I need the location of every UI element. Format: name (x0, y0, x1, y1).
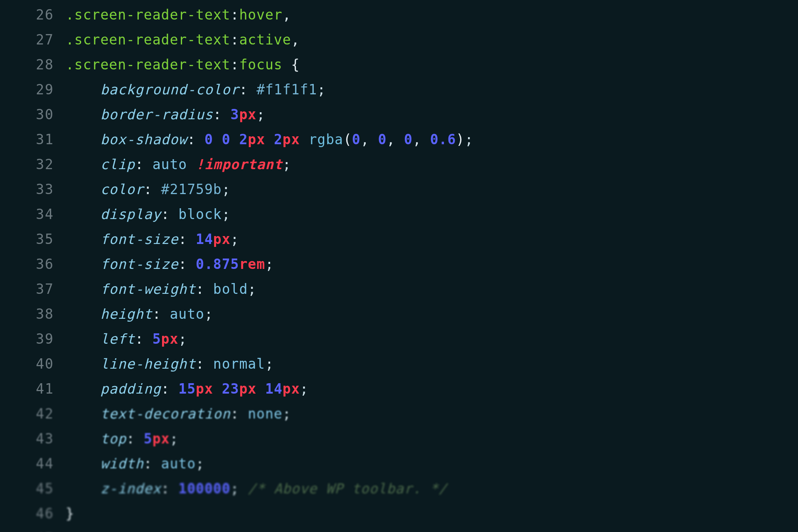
code-line[interactable]: 29 background-color: #f1f1f1; (0, 77, 798, 102)
token-val: bold (213, 281, 248, 297)
code-content[interactable]: display: block; (66, 202, 798, 227)
token-pseudo: focus (239, 57, 282, 73)
token-punct: : (231, 406, 248, 422)
line-number: 33 (0, 177, 66, 202)
token-prop: clip (100, 156, 135, 172)
code-line[interactable]: 30 border-radius: 3px; (0, 102, 798, 127)
code-content[interactable]: width: auto; (66, 451, 798, 476)
code-editor[interactable]: 26.screen-reader-text:hover,27.screen-re… (0, 0, 798, 532)
token-punct: : (231, 32, 239, 48)
token-unit: px (239, 106, 256, 123)
token-punct: : (231, 57, 239, 73)
code-line[interactable]: 34 display: block; (0, 202, 798, 227)
token-val: auto (161, 456, 196, 472)
token-punct (213, 131, 222, 148)
code-content[interactable]: border-radius: 3px; (66, 102, 798, 127)
code-line[interactable]: 41 padding: 15px 23px 14px; (0, 377, 798, 401)
token-punct: : (161, 480, 179, 497)
code-content[interactable]: color: #21759b; (66, 177, 798, 202)
code-line[interactable]: 40 line-height: normal; (0, 352, 798, 377)
token-val: none (248, 406, 282, 422)
code-content[interactable]: font-size: 14px; (66, 227, 798, 252)
code-content[interactable]: font-weight: bold; (66, 277, 798, 302)
token-num: 0 (204, 131, 213, 148)
code-content[interactable]: .screen-reader-text:active, (66, 27, 798, 52)
code-line[interactable]: 47 (0, 526, 798, 532)
line-number: 38 (0, 302, 66, 327)
token-punct: : (135, 156, 153, 172)
code-line[interactable]: 33 color: #21759b; (0, 177, 798, 202)
line-number: 36 (0, 252, 66, 277)
token-punct: , (291, 32, 300, 48)
code-line[interactable]: 38 height: auto; (0, 302, 798, 327)
token-prop: border-radius (100, 106, 213, 123)
token-num: 14 (265, 381, 283, 397)
code-content[interactable]: font-size: 0.875rem; (66, 252, 798, 277)
code-line[interactable]: 39 left: 5px; (0, 327, 798, 352)
token-punct: : (144, 181, 161, 197)
line-number: 41 (0, 377, 66, 401)
token-punct: , (283, 7, 291, 23)
token-punct (239, 480, 248, 497)
token-prop: z-index (100, 480, 161, 497)
line-number: 40 (0, 352, 66, 377)
token-semi: ; (465, 131, 473, 148)
token-paren: ) (456, 131, 465, 148)
token-punct (187, 156, 196, 172)
code-content[interactable]: top: 5px; (66, 426, 798, 451)
code-line[interactable]: 28.screen-reader-text:focus { (0, 52, 798, 77)
token-val: auto (153, 156, 187, 172)
code-line[interactable]: 44 width: auto; (0, 451, 798, 476)
code-content[interactable]: line-height: normal; (66, 352, 798, 377)
code-line[interactable]: 35 font-size: 14px; (0, 227, 798, 252)
token-prop: font-weight (100, 281, 196, 297)
line-number: 32 (0, 152, 66, 177)
token-semi: ; (222, 181, 231, 197)
code-line[interactable]: 45 z-index: 100000; /* Above WP toolbar.… (0, 476, 798, 501)
line-number: 46 (0, 501, 66, 526)
line-number: 31 (0, 127, 66, 152)
code-line[interactable]: 37 font-weight: bold; (0, 277, 798, 302)
token-punct: : (178, 231, 196, 247)
code-content[interactable]: z-index: 100000; /* Above WP toolbar. */ (66, 476, 798, 501)
token-prop: line-height (100, 356, 196, 372)
code-line[interactable]: 32 clip: auto !important; (0, 152, 798, 177)
token-punct: : (144, 456, 161, 472)
code-content[interactable]: left: 5px; (66, 327, 798, 352)
token-punct: : (196, 356, 213, 372)
token-comment: /* Above WP toolbar. */ (248, 480, 447, 497)
token-punct: : (178, 256, 196, 272)
code-line[interactable]: 42 text-decoration: none; (0, 401, 798, 426)
token-prop: text-decoration (100, 406, 230, 422)
token-sel: .screen-reader-text (66, 7, 231, 23)
code-line[interactable]: 27.screen-reader-text:active, (0, 27, 798, 52)
code-content[interactable]: } (66, 501, 798, 526)
token-num: 100000 (178, 480, 230, 497)
line-number: 30 (0, 102, 66, 127)
token-num: 0.875 (196, 256, 239, 272)
token-num: 14 (196, 231, 213, 247)
code-content[interactable]: .screen-reader-text:hover, (66, 2, 798, 27)
code-line[interactable]: 31 box-shadow: 0 0 2px 2px rgba(0, 0, 0,… (0, 127, 798, 152)
code-content[interactable]: padding: 15px 23px 14px; (66, 377, 798, 401)
line-number: 44 (0, 451, 66, 476)
code-line[interactable]: 43 top: 5px; (0, 426, 798, 451)
code-content[interactable]: background-color: #f1f1f1; (66, 77, 798, 102)
line-number: 45 (0, 476, 66, 501)
token-num: 3 (231, 106, 239, 123)
code-line[interactable]: 36 font-size: 0.875rem; (0, 252, 798, 277)
code-content[interactable]: clip: auto !important; (66, 152, 798, 177)
token-punct: , (387, 131, 404, 148)
code-content[interactable]: text-decoration: none; (66, 401, 798, 426)
token-prop: font-size (100, 231, 178, 247)
token-val: normal (213, 356, 265, 372)
line-number: 26 (0, 2, 66, 27)
token-sel: .screen-reader-text (66, 57, 231, 73)
code-content[interactable]: height: auto; (66, 302, 798, 327)
code-line[interactable]: 46} (0, 501, 798, 526)
line-number: 42 (0, 401, 66, 426)
token-pseudo: hover (239, 7, 282, 23)
code-content[interactable]: box-shadow: 0 0 2px 2px rgba(0, 0, 0, 0.… (66, 127, 798, 152)
code-content[interactable]: .screen-reader-text:focus { (66, 52, 798, 77)
code-line[interactable]: 26.screen-reader-text:hover, (0, 2, 798, 27)
